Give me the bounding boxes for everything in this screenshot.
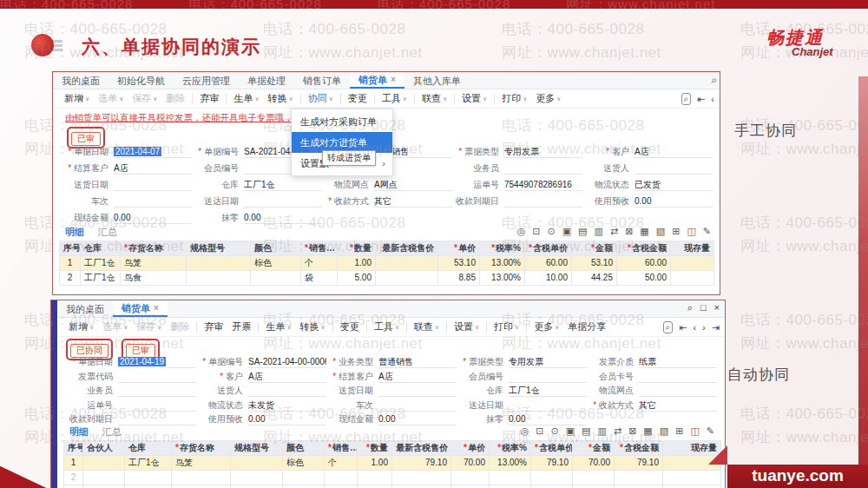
tab-close-icon[interactable]: × <box>391 72 396 88</box>
field-value[interactable]: A店 <box>114 160 192 175</box>
table-cell[interactable] <box>663 485 721 488</box>
copy-row-icon[interactable]: ▤ <box>582 425 590 437</box>
toolbar-item[interactable]: 生单∨ <box>261 320 295 333</box>
table-cell[interactable] <box>283 471 325 485</box>
table-cell[interactable] <box>392 471 451 485</box>
edit-row-icon[interactable]: ✎ <box>707 425 714 437</box>
table-cell[interactable] <box>83 485 125 488</box>
table-cell[interactable]: 工厂1仓 <box>125 456 172 471</box>
toolbar-item[interactable]: 保存∨ <box>128 92 161 105</box>
field-value[interactable]: 2021-04-07 <box>114 143 192 158</box>
toolbar-item[interactable]: 打印∨ <box>490 320 523 333</box>
table-cell[interactable] <box>451 485 490 488</box>
toolbar-item[interactable]: 保存∨ <box>132 320 166 333</box>
toolbar-item[interactable]: 删除 <box>166 320 194 333</box>
field-value[interactable] <box>378 382 457 397</box>
field-value[interactable]: SA-2021-04-00-0006 <box>248 353 326 368</box>
toolbar-item[interactable]: 新增∨ <box>64 320 98 333</box>
toolbar-item[interactable]: 单据分享 <box>563 320 610 333</box>
table-cell[interactable]: 工厂1仓 <box>81 256 121 271</box>
field-value[interactable] <box>504 193 582 208</box>
toolbar-item[interactable]: 变更 <box>344 92 372 105</box>
table-cell[interactable] <box>392 485 451 488</box>
locate-icon[interactable]: ◎ <box>521 425 529 437</box>
field-value[interactable] <box>248 382 326 397</box>
table-cell[interactable] <box>671 271 714 286</box>
field-value[interactable] <box>118 411 196 425</box>
tab-close-icon[interactable]: × <box>154 300 159 316</box>
table-cell[interactable]: 10.00 <box>525 271 572 286</box>
field-value[interactable] <box>635 160 713 175</box>
toolbar-item[interactable]: 工具∨ <box>378 92 411 105</box>
tab-item[interactable]: 初始化导航 <box>108 72 174 89</box>
paste-row-icon[interactable]: ▥ <box>595 226 603 237</box>
table-cell[interactable] <box>251 271 301 286</box>
table-cell[interactable]: 2 <box>64 471 83 485</box>
toolbar-item[interactable]: 设置∨ <box>450 320 483 333</box>
table-cell[interactable] <box>490 471 531 485</box>
field-value[interactable] <box>118 368 196 383</box>
table-cell[interactable]: 鸟食 <box>121 271 187 286</box>
field-value[interactable]: 0.00 <box>248 411 326 425</box>
table-cell[interactable] <box>615 471 663 485</box>
copy-row-icon[interactable]: ▤ <box>578 226 587 237</box>
print-grid-icon[interactable]: ▧ <box>660 425 668 437</box>
delete-row-icon[interactable]: ⊠ <box>625 226 633 237</box>
toolbar-item[interactable]: 删除 <box>161 92 189 105</box>
table-cell[interactable] <box>376 256 438 271</box>
field-value[interactable] <box>114 176 192 191</box>
toolbar-item[interactable]: 变更 <box>336 320 364 333</box>
scan-icon[interactable]: ⊡ <box>532 226 540 237</box>
table-cell[interactable] <box>663 471 721 485</box>
find-record-icon[interactable]: ⌕ <box>681 93 692 105</box>
table-cell[interactable] <box>358 471 392 485</box>
table-cell[interactable]: 50.00 <box>617 271 671 286</box>
toolbar-item[interactable]: 生单∨ <box>229 92 263 105</box>
field-value[interactable] <box>244 193 322 208</box>
table-cell[interactable] <box>187 256 251 271</box>
field-value[interactable]: 未发货 <box>248 397 326 412</box>
table-cell[interactable] <box>451 471 490 485</box>
prev-record-icon[interactable]: ‹ <box>693 322 696 333</box>
toolbar-item[interactable]: 联查∨ <box>418 92 451 105</box>
table-cell[interactable]: 13.00% <box>480 256 525 271</box>
field-value[interactable]: 专用发票 <box>504 143 582 158</box>
table-cell[interactable]: 44.25 <box>572 271 617 286</box>
table-cell[interactable]: 53.10 <box>572 256 617 271</box>
table-row[interactable]: 3 <box>64 485 721 488</box>
field-value[interactable]: A店 <box>635 143 713 158</box>
tab-item[interactable]: 其他入库单 <box>404 72 470 89</box>
field-value[interactable]: 已发货 <box>635 176 713 191</box>
field-value[interactable]: A店 <box>378 368 457 383</box>
table-cell[interactable]: 60.00 <box>617 256 671 271</box>
tab-item[interactable]: 销货单× <box>350 72 404 89</box>
map-pin-icon[interactable]: ⊙ <box>550 425 558 437</box>
toolbar-item[interactable]: 转换∨ <box>296 320 330 333</box>
table-cell[interactable]: 1 <box>60 256 81 271</box>
table-cell[interactable] <box>125 471 172 485</box>
table-cell[interactable]: 工厂1仓 <box>81 271 121 286</box>
field-value[interactable] <box>509 368 587 383</box>
toolbar-item[interactable]: 设置∨ <box>457 92 491 105</box>
tab-item[interactable]: 我的桌面 <box>53 72 108 89</box>
tab-item[interactable]: 销售订单 <box>294 72 350 89</box>
toolbar-item[interactable]: 转换∨ <box>264 92 298 105</box>
table-cell[interactable]: 鸟笼 <box>172 456 231 471</box>
merge-row-icon[interactable]: ▦ <box>640 226 648 237</box>
swap-row-icon[interactable]: ⇄ <box>610 226 618 237</box>
table-cell[interactable]: 1 <box>64 456 83 471</box>
table-cell[interactable]: 鸟笼 <box>121 256 187 271</box>
field-value[interactable]: 工厂1仓 <box>509 382 587 397</box>
table-cell[interactable]: 53.10 <box>438 256 480 271</box>
insert-row-icon[interactable]: ⊞ <box>672 226 680 237</box>
toolbar-item[interactable]: 打印∨ <box>497 92 531 105</box>
table-cell[interactable]: 79.10 <box>531 456 573 471</box>
toolbar-item[interactable]: 选单∨ <box>98 320 132 333</box>
field-value[interactable] <box>114 193 192 208</box>
table-cell[interactable] <box>615 485 663 488</box>
table-cell[interactable]: 个 <box>325 456 358 471</box>
map-pin-icon[interactable]: ⊙ <box>547 226 555 237</box>
toolbar-item[interactable]: 联查∨ <box>410 320 444 333</box>
field-value[interactable]: 0.00 <box>635 193 713 208</box>
edit-row-icon[interactable]: ✎ <box>703 226 711 237</box>
